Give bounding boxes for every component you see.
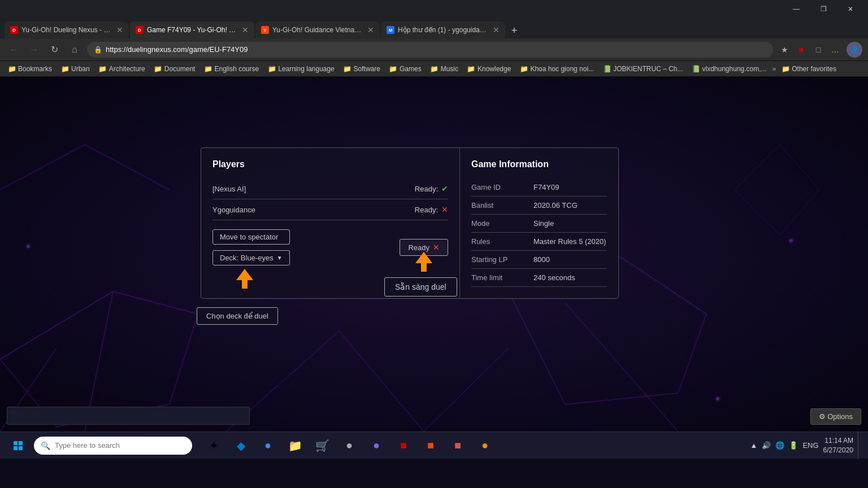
bookmark-vlxd[interactable]: 📗 vlxdhunghung.com,... xyxy=(689,64,770,74)
home-button[interactable]: ⌂ xyxy=(67,42,83,58)
options-button[interactable]: ⚙ Options xyxy=(810,408,861,425)
player-1-name: [Nexus AI] xyxy=(212,185,246,193)
bookmark-khoa-hoc[interactable]: 📁 Khoa hoc giong noi... xyxy=(517,64,597,74)
url-bar[interactable]: 🔒 https://duelingnexus.com/game/EU-F74Y0… xyxy=(87,42,773,58)
tab-4[interactable]: M Hộp thư đến (1) - ygoguidance... ✕ xyxy=(381,21,505,38)
search-icon: 🔍 xyxy=(41,441,50,450)
folder-icon: 📁 xyxy=(344,65,351,73)
tab-1[interactable]: D Yu-Gi-Oh! Dueling Nexus - Free... ✕ xyxy=(5,21,129,38)
reload-button[interactable]: ↻ xyxy=(46,42,62,58)
taskbar-explorer-button[interactable]: 📁 xyxy=(283,433,307,458)
tab-3-favicon: Y xyxy=(261,26,269,34)
bookmark-label: Learning language xyxy=(278,65,334,73)
players-title: Players xyxy=(212,159,448,169)
svg-marker-18 xyxy=(415,252,432,272)
taskbar-edge-button[interactable]: ◆ xyxy=(228,433,253,458)
tab-1-close[interactable]: ✕ xyxy=(116,25,123,34)
taskbar-search-input[interactable] xyxy=(55,441,185,450)
bookmark-knowledge[interactable]: 📁 Knowledge xyxy=(464,64,514,74)
svg-point-15 xyxy=(716,397,719,400)
bookmark-other[interactable]: 📁 Other favorites xyxy=(778,64,840,74)
back-button[interactable]: ← xyxy=(6,42,21,58)
taskbar-store-button[interactable]: 🛒 xyxy=(310,433,335,458)
shield-icon[interactable]: ■ xyxy=(795,43,808,56)
svg-line-2 xyxy=(113,291,198,314)
bookmark-label: JOBKIENTRUC – Ch... xyxy=(613,65,683,73)
svg-line-1 xyxy=(0,291,113,359)
game-id-label: Game ID xyxy=(471,183,533,191)
battery-icon[interactable]: 🔋 xyxy=(789,441,798,450)
svg-point-16 xyxy=(27,245,30,248)
taskbar-app11-button[interactable]: ● xyxy=(472,433,497,458)
network-icon[interactable]: 🌐 xyxy=(775,441,784,450)
bookmark-english-course[interactable]: 📁 English course xyxy=(201,64,262,74)
chat-input[interactable] xyxy=(7,407,250,425)
bookmark-star-icon[interactable]: ★ xyxy=(778,43,791,56)
folder-icon: 📁 xyxy=(467,65,475,73)
url-text: https://duelingnexus.com/game/EU-F74Y09 xyxy=(106,45,248,54)
taskbar-app10-button[interactable]: ■ xyxy=(445,433,470,458)
san-sang-duel-button[interactable]: Sẵn sàng duel xyxy=(384,277,457,297)
folder-icon: 📁 xyxy=(268,65,276,73)
datetime-display[interactable]: 11:14 AM 6/27/2020 xyxy=(823,436,853,455)
player-2-row: Ygoguidance Ready: ✕ xyxy=(212,199,448,220)
deck-selector-button[interactable]: Deck: Blue-eyes ▼ xyxy=(212,250,290,265)
bookmark-urban[interactable]: 📁 Urban xyxy=(58,64,93,74)
tab-2[interactable]: D Game F74Y09 - Yu-Gi-Oh! Duel... ✕ xyxy=(130,21,254,38)
folder-icon: 📁 xyxy=(782,65,789,73)
folder-icon: 📁 xyxy=(154,65,162,73)
browser-extensions-icon[interactable]: □ xyxy=(811,43,825,56)
chon-deck-button[interactable]: Chọn deck để duel xyxy=(197,307,278,325)
tab-4-title: Hộp thư đến (1) - ygoguidance... xyxy=(398,26,489,34)
folder-icon: 📁 xyxy=(389,65,397,73)
tab-3[interactable]: Y Yu-Gi-Oh! Guidance Vietnam - h... ✕ xyxy=(255,21,380,38)
taskbar-app9-button[interactable]: ■ xyxy=(418,433,443,458)
taskbar-taskview-button[interactable]: ✦ xyxy=(201,433,226,458)
bookmark-bookmarks[interactable]: 📁 Bookmarks xyxy=(5,64,55,74)
close-button[interactable]: ✕ xyxy=(837,0,863,18)
tab-3-close[interactable]: ✕ xyxy=(367,25,374,34)
show-hidden-icon[interactable]: ▲ xyxy=(750,441,758,450)
restore-button[interactable]: ❒ xyxy=(810,0,836,18)
taskbar: 🔍 ✦ ◆ ● 📁 🛒 ● ● ■ ■ ■ ● ▲ 🔊 🌐 🔋 ENG 11:1… xyxy=(0,432,868,459)
banlist-value: 2020.06 TCG xyxy=(533,201,578,210)
bookmark-job[interactable]: 📗 JOBKIENTRUC – Ch... xyxy=(600,64,686,74)
speaker-icon[interactable]: 🔊 xyxy=(762,441,771,450)
time-limit-value: 240 seconds xyxy=(533,273,575,282)
bookmark-music[interactable]: 📁 Music xyxy=(427,64,462,74)
player-2-x-icon: ✕ xyxy=(441,205,448,214)
taskbar-app7-button[interactable]: ● xyxy=(364,433,389,458)
browser-menu-icon[interactable]: … xyxy=(828,43,842,56)
svg-line-12 xyxy=(85,145,170,190)
san-sang-arrow-icon xyxy=(415,252,432,272)
time-limit-row: Time limit 240 seconds xyxy=(471,269,607,287)
bookmark-label: English course xyxy=(214,65,259,73)
browser-window: — ❒ ✕ D Yu-Gi-Oh! Dueling Nexus - Free..… xyxy=(0,0,868,432)
taskbar-app8-button[interactable]: ■ xyxy=(391,433,416,458)
bookmarks-more[interactable]: » xyxy=(772,65,776,73)
game-modal: Players [Nexus AI] Ready: ✔ Ygoguidance … xyxy=(201,147,619,299)
folder-icon: 📁 xyxy=(520,65,528,73)
bookmark-label: Knowledge xyxy=(478,65,511,73)
minimize-button[interactable]: — xyxy=(783,0,809,18)
show-desktop-button[interactable] xyxy=(858,432,861,459)
taskbar-chrome-button[interactable]: ● xyxy=(255,433,280,458)
bookmark-label: Khoa hoc giong noi... xyxy=(530,65,594,73)
ready-label: Ready xyxy=(408,243,429,252)
profile-button[interactable]: 👤 xyxy=(847,42,862,58)
bookmark-document[interactable]: 📁 Document xyxy=(151,64,199,74)
bookmark-games[interactable]: 📁 Games xyxy=(386,64,425,74)
taskbar-search-bar[interactable]: 🔍 xyxy=(34,437,192,455)
bookmark-architecture[interactable]: 📁 Architecture xyxy=(96,64,149,74)
forward-button[interactable]: → xyxy=(26,42,42,58)
bookmark-software[interactable]: 📁 Software xyxy=(340,64,384,74)
tab-4-close[interactable]: ✕ xyxy=(493,25,500,34)
tab-2-close[interactable]: ✕ xyxy=(242,25,249,34)
move-to-spectator-button[interactable]: Move to spectator xyxy=(212,229,290,245)
new-tab-button[interactable]: + xyxy=(506,23,522,38)
taskbar-app6-button[interactable]: ● xyxy=(337,433,362,458)
svg-point-14 xyxy=(789,239,793,242)
banlist-label: Banlist xyxy=(471,201,533,210)
bookmark-learning-language[interactable]: 📁 Learning language xyxy=(264,64,337,74)
start-button[interactable] xyxy=(5,432,32,459)
